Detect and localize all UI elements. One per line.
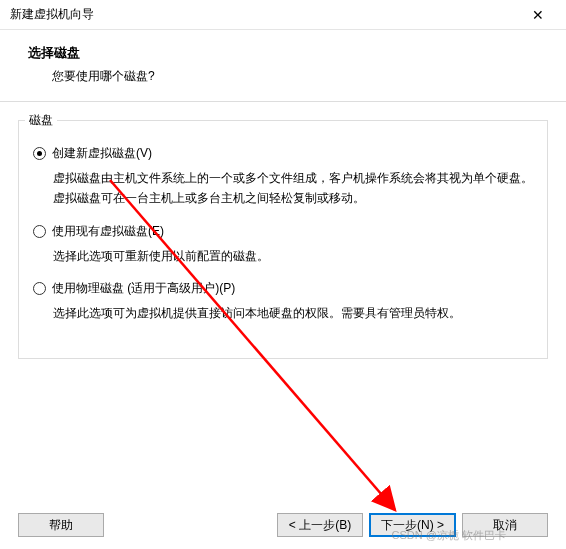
option-desc: 选择此选项可重新使用以前配置的磁盘。 <box>33 246 533 266</box>
option-use-physical-disk[interactable]: 使用物理磁盘 (适用于高级用户)(P) 选择此选项可为虚拟机提供直接访问本地硬盘… <box>33 280 533 323</box>
option-desc: 选择此选项可为虚拟机提供直接访问本地硬盘的权限。需要具有管理员特权。 <box>33 303 533 323</box>
radio-row[interactable]: 使用现有虚拟磁盘(E) <box>33 223 533 240</box>
option-use-existing-disk[interactable]: 使用现有虚拟磁盘(E) 选择此选项可重新使用以前配置的磁盘。 <box>33 223 533 266</box>
page-subheading: 您要使用哪个磁盘? <box>28 68 556 85</box>
content-area: 磁盘 创建新虚拟磁盘(V) 虚拟磁盘由主机文件系统上的一个或多个文件组成，客户机… <box>0 102 566 369</box>
option-label: 创建新虚拟磁盘(V) <box>52 145 152 162</box>
disk-fieldset: 磁盘 创建新虚拟磁盘(V) 虚拟磁盘由主机文件系统上的一个或多个文件组成，客户机… <box>18 120 548 359</box>
close-icon: ✕ <box>532 7 544 23</box>
radio-icon[interactable] <box>33 282 46 295</box>
radio-icon[interactable] <box>33 225 46 238</box>
close-button[interactable]: ✕ <box>518 1 558 29</box>
option-create-new-disk[interactable]: 创建新虚拟磁盘(V) 虚拟磁盘由主机文件系统上的一个或多个文件组成，客户机操作系… <box>33 145 533 209</box>
radio-row[interactable]: 创建新虚拟磁盘(V) <box>33 145 533 162</box>
wizard-header: 选择磁盘 您要使用哪个磁盘? <box>0 30 566 102</box>
next-button[interactable]: 下一步(N) > <box>369 513 456 537</box>
cancel-button[interactable]: 取消 <box>462 513 548 537</box>
radio-row[interactable]: 使用物理磁盘 (适用于高级用户)(P) <box>33 280 533 297</box>
page-heading: 选择磁盘 <box>28 44 556 62</box>
button-row: 帮助 < 上一步(B) 下一步(N) > 取消 <box>0 513 566 537</box>
option-label: 使用物理磁盘 (适用于高级用户)(P) <box>52 280 235 297</box>
fieldset-legend: 磁盘 <box>25 112 57 129</box>
option-label: 使用现有虚拟磁盘(E) <box>52 223 164 240</box>
help-button[interactable]: 帮助 <box>18 513 104 537</box>
back-button[interactable]: < 上一步(B) <box>277 513 363 537</box>
titlebar: 新建虚拟机向导 ✕ <box>0 0 566 30</box>
window-title: 新建虚拟机向导 <box>10 6 94 23</box>
option-desc: 虚拟磁盘由主机文件系统上的一个或多个文件组成，客户机操作系统会将其视为单个硬盘。… <box>33 168 533 209</box>
radio-icon[interactable] <box>33 147 46 160</box>
